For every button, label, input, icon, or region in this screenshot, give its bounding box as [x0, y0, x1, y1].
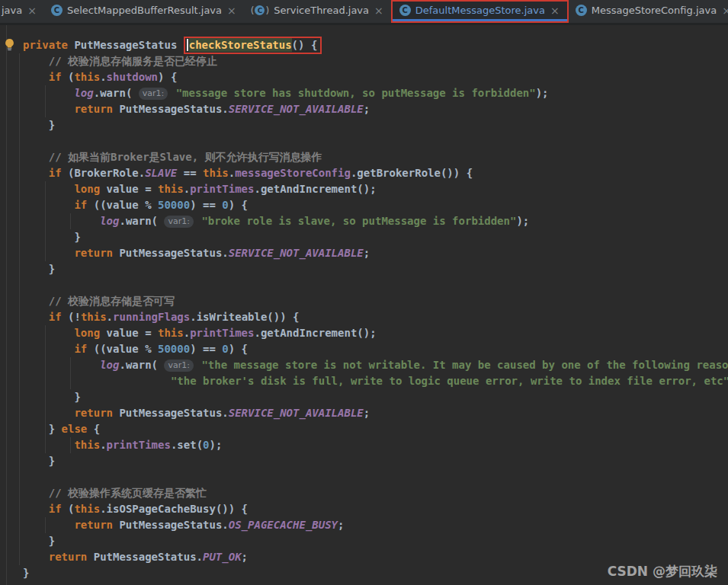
tab-servicethread-java[interactable]: (C)ServiceThread.java× [244, 0, 391, 23]
code-token: "broke role is slave, so putMessage is f… [201, 215, 516, 227]
code-token: getBrokerRole [357, 167, 441, 179]
code-line[interactable]: // 校验操作系统页缓存是否繁忙 [0, 485, 728, 501]
code-line[interactable]: if (this.isOSPageCacheBusy()) { [0, 501, 728, 517]
code-line[interactable]: long value = this.printTimes.getAndIncre… [0, 181, 728, 197]
code-token: ; [364, 407, 370, 419]
code-editor[interactable]: private PutMessageStatus checkStoreStatu… [0, 25, 728, 585]
tab-label: DefaultMessageStore.java [415, 5, 545, 16]
editor-tab-bar: java×CSelectMappedBufferResult.java×(C)S… [0, 0, 728, 25]
code-token: ); [210, 439, 223, 451]
tab-wrap: java× [0, 0, 44, 23]
code-token: PutMessageStatus. [113, 407, 229, 419]
tab-close-icon[interactable]: × [721, 5, 728, 16]
code-line[interactable]: return PutMessageStatus.SERVICE_NOT_AVAI… [0, 101, 728, 117]
code-token: . [184, 183, 190, 195]
code-token: ) == [190, 199, 222, 211]
code-token [23, 407, 74, 419]
code-line[interactable]: log.warn( var1: "the message store is no… [0, 357, 728, 373]
code-token: getAndIncrement [261, 183, 357, 195]
code-line[interactable]: return PutMessageStatus.SERVICE_NOT_AVAI… [0, 405, 728, 421]
code-token: 0 [222, 343, 228, 355]
code-token: printTimes [107, 439, 171, 451]
tab-close-icon[interactable]: × [27, 5, 37, 16]
code-line[interactable] [0, 469, 728, 485]
code-token: log [74, 87, 93, 99]
code-token: ()) { [216, 503, 248, 515]
code-token: SERVICE_NOT_AVAILABLE [229, 247, 364, 259]
code-token [23, 503, 49, 515]
code-token: 0 [222, 199, 228, 211]
tab-java[interactable]: java× [0, 0, 44, 23]
code-token: ) == [190, 343, 222, 355]
code-line[interactable]: } else { [0, 421, 728, 437]
code-token: PutMessageStatus. [113, 103, 229, 115]
code-token: . [94, 87, 100, 99]
code-token [23, 247, 74, 259]
code-token: PutMessageStatus. [113, 247, 229, 259]
code-token: SERVICE_NOT_AVAILABLE [229, 407, 364, 419]
code-token: 50000 [158, 199, 190, 211]
code-line[interactable]: private PutMessageStatus checkStoreStatu… [0, 37, 728, 53]
code-token: printTimes [190, 183, 254, 195]
code-line[interactable]: if ((value % 50000) == 0) { [0, 341, 728, 357]
code-token [169, 87, 175, 99]
annotation-box-method: checkStoreStatus() { [184, 37, 322, 54]
code-token: PutMessageStatus [68, 39, 184, 51]
code-token: this [158, 183, 184, 195]
code-line[interactable]: } [0, 117, 728, 133]
tab-label: SelectMappedBufferResult.java [67, 5, 222, 16]
tab-messagestoreconfig-java[interactable]: CMessageStoreConfig.java× [569, 0, 728, 23]
code-line[interactable]: } [0, 261, 728, 277]
code-token: this [74, 71, 100, 83]
code-line[interactable]: // 校验消息存储服务是否已经停止 [0, 53, 728, 69]
code-line[interactable]: // 校验消息存储是否可写 [0, 293, 728, 309]
code-token: this [74, 439, 100, 451]
code-line[interactable]: long value = this.printTimes.getAndIncre… [0, 325, 728, 341]
code-token: return [74, 247, 113, 259]
code-line[interactable]: } [0, 229, 728, 245]
code-token: ) { [229, 343, 248, 355]
code-line[interactable]: // 如果当前Broker是Slave, 则不允许执行写消息操作 [0, 149, 728, 165]
code-token: . [107, 311, 113, 323]
code-token: ()) { [267, 311, 299, 323]
code-token [23, 487, 49, 499]
tab-defaultmessagestore-java[interactable]: CDefaultMessageStore.java× [393, 2, 567, 21]
code-line[interactable]: if (BrokerRole.SLAVE == this.messageStor… [0, 165, 728, 181]
code-line[interactable]: "the broker's disk is full, write to log… [0, 373, 728, 389]
tab-close-icon[interactable]: × [374, 5, 384, 16]
code-line[interactable]: if (!this.runningFlags.isWriteable()) { [0, 309, 728, 325]
code-token: log [100, 215, 119, 227]
code-token: return [74, 519, 113, 531]
annotation-box-tab: CDefaultMessageStore.java× [391, 0, 569, 23]
tab-label: ServiceThread.java [274, 5, 369, 16]
text-caret [187, 39, 188, 51]
code-token: if [74, 343, 87, 355]
code-token [23, 71, 49, 83]
code-token: warn [100, 87, 126, 99]
tab-close-icon[interactable]: × [550, 5, 560, 16]
code-token: { [87, 423, 100, 435]
code-line[interactable]: log.warn( var1: "broke role is slave, so… [0, 213, 728, 229]
code-line[interactable]: } [0, 533, 728, 549]
code-line[interactable]: this.printTimes.set(0); [0, 437, 728, 453]
code-line[interactable]: log.warn( var1: "message store has shutd… [0, 85, 728, 101]
tab-close-icon[interactable]: × [226, 5, 237, 16]
intention-lightbulb-icon[interactable] [3, 38, 16, 51]
code-token: ( [62, 71, 75, 83]
code-area[interactable]: private PutMessageStatus checkStoreStatu… [0, 37, 728, 581]
code-token: return [74, 103, 113, 115]
code-token: runningFlags [113, 311, 190, 323]
code-token [23, 183, 74, 195]
code-token: . [190, 311, 196, 323]
code-line[interactable]: if (this.shutdown) { [0, 69, 728, 85]
code-line[interactable]: if ((value % 50000) == 0) { [0, 197, 728, 213]
code-line[interactable]: } [0, 389, 728, 405]
code-line[interactable]: return PutMessageStatus.OS_PAGECACHE_BUS… [0, 517, 728, 533]
code-line[interactable] [0, 277, 728, 293]
code-line[interactable]: } [0, 453, 728, 469]
code-line[interactable] [0, 133, 728, 149]
code-token: this [203, 167, 229, 179]
code-line[interactable]: return PutMessageStatus.SERVICE_NOT_AVAI… [0, 245, 728, 261]
tab-selectmappedbufferresult-java[interactable]: CSelectMappedBufferResult.java× [44, 0, 244, 23]
code-token: "message store has shutdown, so putMessa… [176, 87, 536, 99]
